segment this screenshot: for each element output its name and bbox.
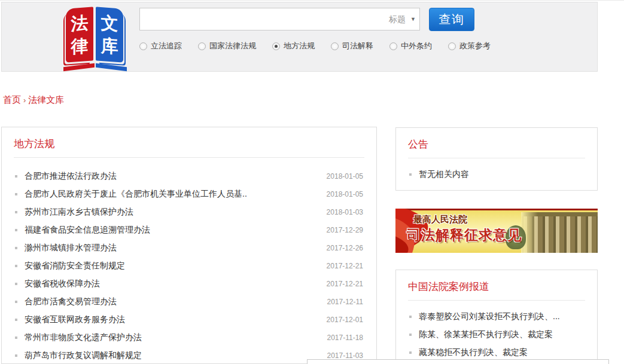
regulation-date: 2017-12-01 [319,316,363,324]
search-input[interactable] [140,8,379,30]
logo-char: 库 [101,34,118,58]
radio-treaties[interactable]: 中外条约 [389,41,432,51]
regulation-date: 2017-11-18 [320,334,364,342]
logo-book-left-page: 法 律 [66,7,93,62]
regulation-title-link[interactable]: 合肥市人民政府关于废止《合肥市机关事业单位工作人员基.. [25,189,247,200]
bullet-icon [15,283,17,285]
regulation-date: 2017-11-03 [320,351,364,360]
breadcrumb-current-link[interactable]: 法律文库 [28,94,64,105]
logo-char: 文 [101,11,118,35]
list-item: 福建省食品安全信息追溯管理办法 2017-12-29 [2,221,376,239]
breadcrumb: 首页›法律文库 [3,94,64,106]
bullet-icon [409,316,412,318]
regulation-list: 合肥市推进依法行政办法 2018-01-05 合肥市人民政府关于废止《合肥市机关… [2,158,376,364]
radio-icon [139,42,147,50]
bullet-icon [409,334,412,336]
regulation-date: 2018-01-03 [319,208,363,216]
notice-empty-text: 暂无相关内容 [419,169,469,180]
list-item: 安徽省互联网政务服务办法 2017-12-01 [2,311,376,329]
radio-policy-reference[interactable]: 政策参考 [448,41,491,51]
regulation-title-link[interactable]: 苏州市江南水乡古镇保护办法 [25,207,133,218]
panel-title-court-cases: 中国法院案例报道 [396,270,597,293]
bullet-icon [15,175,17,178]
regulation-date: 2017-12-21 [319,262,363,270]
regulation-title-link[interactable]: 合肥市推进依法行政办法 [25,171,117,182]
notice-panel: 公告 暂无相关内容 [395,127,598,191]
supreme-court-banner[interactable]: 最高人民法院 司法解释征求意见 [395,209,598,253]
local-regulations-panel: 地方法规 合肥市推进依法行政办法 2018-01-05 合肥市人民政府关于废止《… [1,127,377,364]
regulation-title-link[interactable]: 滁州市城镇排水管理办法 [25,243,117,253]
list-item: 合肥市推进依法行政办法 2018-01-05 [2,167,376,185]
list-item: 合肥市活禽交易管理办法 2017-12-11 [2,293,376,311]
bullet-icon [15,301,17,303]
list-item: 常州市非物质文化遗产保护办法 2017-11-18 [2,329,376,347]
radio-label: 立法追踪 [151,41,182,51]
regulation-date: 2017-12-29 [319,226,363,234]
regulation-date: 2018-01-05 [319,190,363,198]
banner-title-line1: 最高人民法院 [413,214,467,225]
radio-national-laws[interactable]: 国家法律法规 [198,41,256,51]
bullet-icon [15,211,17,213]
search-field-label: 标题 [389,8,406,30]
bullet-icon [15,337,17,339]
book-base-right [96,63,127,71]
case-title-link[interactable]: 藏某稳拒不执行判决、裁定案 [419,347,528,358]
regulation-title-link[interactable]: 葫芦岛市行政复议调解和解规定 [25,350,142,361]
radio-icon [198,42,206,50]
radio-label: 地方法规 [284,41,315,51]
case-title-link[interactable]: 蓉泰塑胶公司刘某设拒不执行判决、... [419,311,560,322]
regulation-title-link[interactable]: 常州市非物质文化遗产保护办法 [25,332,142,343]
bullet-icon [15,247,17,249]
regulation-date: 2017-12-26 [319,244,363,252]
site-logo[interactable]: 法 律 文 库 [64,5,126,72]
regulation-title-link[interactable]: 福建省食品安全信息追溯管理办法 [25,225,150,235]
bullet-icon [409,173,412,176]
regulation-date: 2017-12-21 [319,280,363,288]
list-item: 合肥市人民政府关于废止《合肥市机关事业单位工作人员基.. 2018-01-05 [2,185,376,203]
notice-empty-row: 暂无相关内容 [396,166,597,183]
regulation-date: 2017-12-11 [320,298,364,306]
regulation-title-link[interactable]: 安徽省税收保障办法 [25,279,100,289]
chevron-down-icon: ▼ [410,8,416,30]
breadcrumb-home-link[interactable]: 首页 [3,94,21,105]
regulation-date: 2018-01-05 [319,172,363,181]
case-title-link[interactable]: 陈某、徐某某拒不执行判决、裁定案 [419,329,553,340]
radio-label: 政策参考 [459,41,491,51]
radio-icon [389,42,397,50]
case-list: 蓉泰塑胶公司刘某设拒不执行判决、... 陈某、徐某某拒不执行判决、裁定案 藏某稳… [396,301,597,362]
logo-char: 法 [71,11,89,35]
list-item: 安徽省税收保障办法 2017-12-21 [2,275,376,293]
search-box: 标题 ▼ [139,8,420,30]
courthouse-image [521,212,598,253]
bullet-icon [15,319,17,321]
panel-title-notice: 公告 [396,128,597,151]
bullet-icon [15,229,17,231]
logo-book-right-page: 文 库 [96,7,123,62]
bullet-icon [15,265,17,267]
panel-title-local-regulations: 地方法规 [2,127,376,150]
radio-icon [331,42,339,50]
regulation-title-link[interactable]: 安徽省互联网政务服务办法 [25,314,125,325]
bullet-icon [15,354,17,357]
radio-label: 中外条约 [401,41,432,51]
radio-label: 司法解释 [342,41,373,51]
radio-legislation-tracking[interactable]: 立法追踪 [139,41,182,51]
regulation-title-link[interactable]: 安徽省消防安全责任制规定 [25,261,125,271]
search-field-dropdown[interactable]: 标题 ▼ [389,8,416,30]
logo-char: 律 [71,34,89,58]
book-base-left [63,63,95,71]
header: 法 律 文 库 标题 ▼ 查询 立法追踪 国家法律法规 地方法规 司法解 [1,2,598,72]
bottom-toolbar: ▶ 法治视频 会员直播 ≡ 热点资讯 ⬇ 下载 [307,359,609,364]
radio-judicial-interpretation[interactable]: 司法解释 [331,41,373,51]
court-cases-panel: 中国法院案例报道 蓉泰塑胶公司刘某设拒不执行判决、... 陈某、徐某某拒不执行判… [395,270,598,364]
category-radio-group: 立法追踪 国家法律法规 地方法规 司法解释 中外条约 政策参考 [139,41,491,51]
radio-local-regulations[interactable]: 地方法规 [272,41,315,51]
breadcrumb-separator: › [21,96,28,105]
list-item: 陈某、徐某某拒不执行判决、裁定案 [396,326,597,344]
list-item: 蓉泰塑胶公司刘某设拒不执行判决、... [396,308,597,326]
bullet-icon [15,193,17,195]
regulation-title-link[interactable]: 合肥市活禽交易管理办法 [25,296,117,307]
query-button[interactable]: 查询 [429,8,474,31]
bullet-icon [409,351,412,354]
radio-label: 国家法律法规 [209,41,256,51]
